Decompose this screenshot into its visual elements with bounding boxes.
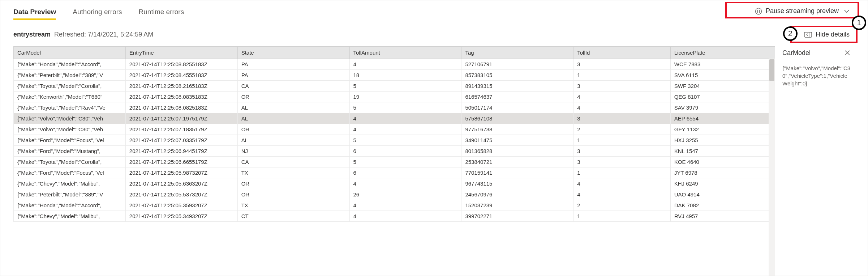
- cell-tollamount[interactable]: 4: [349, 178, 461, 189]
- cell-entrytime[interactable]: 2021-07-14T12:25:06.6655179Z: [125, 157, 237, 167]
- cell-tag[interactable]: 967743115: [461, 178, 573, 189]
- cell-tag[interactable]: 245670976: [461, 189, 573, 200]
- table-row[interactable]: {"Make":"Chevy","Model":"Malibu",2021-07…: [14, 178, 775, 189]
- cell-tollamount[interactable]: 5: [349, 157, 461, 167]
- hide-details-button[interactable]: Hide details: [799, 29, 855, 41]
- cell-plate[interactable]: GFY 1132: [670, 124, 775, 135]
- cell-entrytime[interactable]: 2021-07-14T12:25:05.3593207Z: [125, 200, 237, 211]
- col-header-licenseplate[interactable]: LicensePlate: [670, 47, 775, 59]
- cell-tollamount[interactable]: 4: [349, 211, 461, 222]
- cell-plate[interactable]: HXJ 3255: [670, 135, 775, 146]
- cell-entrytime[interactable]: 2021-07-14T12:25:05.3493207Z: [125, 211, 237, 222]
- cell-tollid[interactable]: 3: [573, 157, 671, 167]
- cell-carmodel[interactable]: {"Make":"Honda","Model":"Accord",: [14, 200, 126, 211]
- cell-tag[interactable]: 977516738: [461, 124, 573, 135]
- cell-carmodel[interactable]: {"Make":"Chevy","Model":"Malibu",: [14, 178, 126, 189]
- cell-state[interactable]: PA: [237, 59, 349, 70]
- cell-carmodel[interactable]: {"Make":"Honda","Model":"Accord",: [14, 59, 126, 70]
- col-header-tag[interactable]: Tag: [461, 47, 573, 59]
- cell-carmodel[interactable]: {"Make":"Peterbilt","Model":"389","V: [14, 189, 126, 200]
- cell-tag[interactable]: 891439315: [461, 81, 573, 92]
- cell-carmodel[interactable]: {"Make":"Ford","Model":"Mustang",: [14, 146, 126, 157]
- cell-tag[interactable]: 616574637: [461, 92, 573, 102]
- cell-plate[interactable]: SWF 3204: [670, 81, 775, 92]
- cell-tollamount[interactable]: 18: [349, 70, 461, 81]
- cell-entrytime[interactable]: 2021-07-14T12:25:07.1835179Z: [125, 124, 237, 135]
- cell-state[interactable]: OR: [237, 92, 349, 102]
- cell-tollid[interactable]: 2: [573, 200, 671, 211]
- cell-plate[interactable]: UAO 4914: [670, 189, 775, 200]
- cell-entrytime[interactable]: 2021-07-14T12:25:06.9445179Z: [125, 146, 237, 157]
- table-row[interactable]: {"Make":"Volvo","Model":"C30","Veh2021-0…: [14, 124, 775, 135]
- cell-tollamount[interactable]: 4: [349, 124, 461, 135]
- cell-tag[interactable]: 770159141: [461, 167, 573, 178]
- cell-plate[interactable]: DAK 7082: [670, 200, 775, 211]
- cell-tollid[interactable]: 4: [573, 189, 671, 200]
- cell-tag[interactable]: 152037239: [461, 200, 573, 211]
- cell-tollamount[interactable]: 5: [349, 102, 461, 113]
- table-row[interactable]: {"Make":"Honda","Model":"Accord",2021-07…: [14, 59, 775, 70]
- cell-tollamount[interactable]: 4: [349, 200, 461, 211]
- cell-tollamount[interactable]: 6: [349, 167, 461, 178]
- cell-entrytime[interactable]: 2021-07-14T12:25:07.1975179Z: [125, 113, 237, 124]
- table-row[interactable]: {"Make":"Peterbilt","Model":"389","V2021…: [14, 70, 775, 81]
- tab-authoring-errors[interactable]: Authoring errors: [73, 3, 122, 20]
- cell-carmodel[interactable]: {"Make":"Chevy","Model":"Malibu",: [14, 211, 126, 222]
- table-row[interactable]: {"Make":"Ford","Model":"Focus","Vel2021-…: [14, 167, 775, 178]
- cell-carmodel[interactable]: {"Make":"Toyota","Model":"Corolla",: [14, 81, 126, 92]
- cell-state[interactable]: CA: [237, 81, 349, 92]
- cell-plate[interactable]: WCE 7883: [670, 59, 775, 70]
- cell-tag[interactable]: 253840721: [461, 157, 573, 167]
- cell-tollamount[interactable]: 4: [349, 59, 461, 70]
- cell-tollamount[interactable]: 5: [349, 135, 461, 146]
- table-row[interactable]: {"Make":"Volvo","Model":"C30","Veh2021-0…: [14, 113, 775, 124]
- cell-tollid[interactable]: 3: [573, 146, 671, 157]
- cell-plate[interactable]: JYT 6978: [670, 167, 775, 178]
- cell-tollid[interactable]: 3: [573, 113, 671, 124]
- cell-tollid[interactable]: 1: [573, 135, 671, 146]
- cell-carmodel[interactable]: {"Make":"Toyota","Model":"Rav4","Ve: [14, 102, 126, 113]
- table-row[interactable]: {"Make":"Peterbilt","Model":"389","V2021…: [14, 189, 775, 200]
- tab-data-preview[interactable]: Data Preview: [13, 3, 56, 20]
- cell-state[interactable]: OR: [237, 189, 349, 200]
- col-header-tollid[interactable]: TollId: [573, 47, 671, 59]
- table-row[interactable]: {"Make":"Ford","Model":"Focus","Vel2021-…: [14, 135, 775, 146]
- cell-plate[interactable]: KHJ 6249: [670, 178, 775, 189]
- cell-state[interactable]: AL: [237, 113, 349, 124]
- cell-entrytime[interactable]: 2021-07-14T12:25:08.0825183Z: [125, 102, 237, 113]
- cell-tollid[interactable]: 1: [573, 167, 671, 178]
- cell-tollid[interactable]: 4: [573, 92, 671, 102]
- cell-carmodel[interactable]: {"Make":"Volvo","Model":"C30","Veh: [14, 113, 126, 124]
- vertical-scrollbar-thumb[interactable]: [769, 59, 774, 81]
- cell-tag[interactable]: 857383105: [461, 70, 573, 81]
- cell-tollamount[interactable]: 19: [349, 92, 461, 102]
- cell-tag[interactable]: 575867108: [461, 113, 573, 124]
- cell-plate[interactable]: KOE 4640: [670, 157, 775, 167]
- cell-carmodel[interactable]: {"Make":"Peterbilt","Model":"389","V: [14, 70, 126, 81]
- cell-state[interactable]: CT: [237, 211, 349, 222]
- cell-carmodel[interactable]: {"Make":"Kenworth","Model":"T680": [14, 92, 126, 102]
- cell-entrytime[interactable]: 2021-07-14T12:25:08.8255183Z: [125, 59, 237, 70]
- cell-state[interactable]: AL: [237, 135, 349, 146]
- col-header-state[interactable]: State: [237, 47, 349, 59]
- cell-plate[interactable]: AEP 6554: [670, 113, 775, 124]
- cell-state[interactable]: OR: [237, 178, 349, 189]
- table-row[interactable]: {"Make":"Toyota","Model":"Corolla",2021-…: [14, 81, 775, 92]
- cell-tollid[interactable]: 2: [573, 124, 671, 135]
- col-header-entrytime[interactable]: EntryTime: [125, 47, 237, 59]
- cell-entrytime[interactable]: 2021-07-14T12:25:07.0335179Z: [125, 135, 237, 146]
- cell-entrytime[interactable]: 2021-07-14T12:25:05.9873207Z: [125, 167, 237, 178]
- cell-state[interactable]: AL: [237, 102, 349, 113]
- cell-plate[interactable]: RVJ 4957: [670, 211, 775, 222]
- cell-state[interactable]: PA: [237, 70, 349, 81]
- cell-tollid[interactable]: 3: [573, 81, 671, 92]
- tab-runtime-errors[interactable]: Runtime errors: [139, 3, 184, 20]
- cell-tollid[interactable]: 4: [573, 178, 671, 189]
- cell-tollamount[interactable]: 4: [349, 113, 461, 124]
- cell-plate[interactable]: KNL 1547: [670, 146, 775, 157]
- col-header-carmodel[interactable]: CarModel: [14, 47, 126, 59]
- cell-tollid[interactable]: 1: [573, 211, 671, 222]
- cell-tag[interactable]: 505017174: [461, 102, 573, 113]
- col-header-tollamount[interactable]: TollAmount: [349, 47, 461, 59]
- cell-state[interactable]: TX: [237, 200, 349, 211]
